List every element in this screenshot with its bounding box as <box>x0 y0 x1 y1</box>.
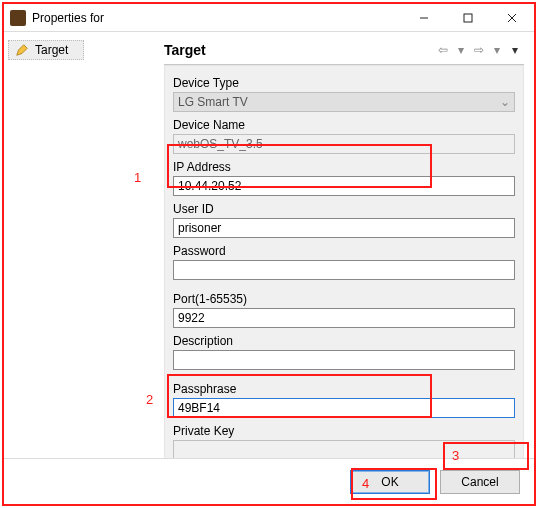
maximize-button[interactable] <box>446 4 490 32</box>
chevron-down-icon[interactable]: ▾ <box>452 42 470 58</box>
chevron-down-icon[interactable]: ▾ <box>488 42 506 58</box>
svg-rect-1 <box>464 14 472 22</box>
user-id-label: User ID <box>173 202 515 216</box>
private-key-field <box>173 440 515 460</box>
forward-arrow-icon[interactable]: ⇨ <box>470 42 488 58</box>
port-label: Port(1-65535) <box>173 292 515 306</box>
description-field[interactable] <box>173 350 515 370</box>
dialog-footer: OK Cancel <box>4 458 534 504</box>
form-panel: Device Type LG Smart TV ⌄ Device Name IP… <box>164 65 524 503</box>
panel-header: Target ⇦ ▾ ⇨ ▾ ▾ <box>164 38 524 65</box>
chevron-down-icon: ⌄ <box>500 95 510 109</box>
menu-chevron-icon[interactable]: ▾ <box>506 42 524 58</box>
titlebar: Properties for <box>4 4 534 32</box>
password-label: Password <box>173 244 515 258</box>
ok-button[interactable]: OK <box>350 470 430 494</box>
cancel-button[interactable]: Cancel <box>440 470 520 494</box>
panel-title: Target <box>164 42 434 58</box>
device-name-label: Device Name <box>173 118 515 132</box>
window-title: Properties for <box>32 11 402 25</box>
device-type-label: Device Type <box>173 76 515 90</box>
ip-address-label: IP Address <box>173 160 515 174</box>
ok-label: OK <box>381 475 398 489</box>
private-key-label: Private Key <box>173 424 515 438</box>
sidebar-item-label: Target <box>35 43 68 57</box>
svg-marker-4 <box>17 45 28 56</box>
port-field[interactable] <box>173 308 515 328</box>
sidebar-item-target[interactable]: Target <box>8 40 84 60</box>
device-type-value: LG Smart TV <box>178 95 248 109</box>
back-arrow-icon[interactable]: ⇦ <box>434 42 452 58</box>
description-label: Description <box>173 334 515 348</box>
password-field[interactable] <box>173 260 515 280</box>
window-outline: Properties for Target Target ⇦ ▾ <box>2 2 536 506</box>
device-type-select[interactable]: LG Smart TV ⌄ <box>173 92 515 112</box>
dialog-body: Target Target ⇦ ▾ ⇨ ▾ ▾ Device Type LG S… <box>4 32 534 458</box>
pencil-icon <box>15 43 29 57</box>
main-panel: Target ⇦ ▾ ⇨ ▾ ▾ Device Type LG Smart TV… <box>164 32 534 458</box>
ip-address-field[interactable] <box>173 176 515 196</box>
app-icon <box>10 10 26 26</box>
device-name-field <box>173 134 515 154</box>
sidebar: Target <box>4 32 164 458</box>
minimize-button[interactable] <box>402 4 446 32</box>
cancel-label: Cancel <box>461 475 498 489</box>
passphrase-label: Passphrase <box>173 382 515 396</box>
user-id-field[interactable] <box>173 218 515 238</box>
passphrase-field[interactable] <box>173 398 515 418</box>
close-button[interactable] <box>490 4 534 32</box>
